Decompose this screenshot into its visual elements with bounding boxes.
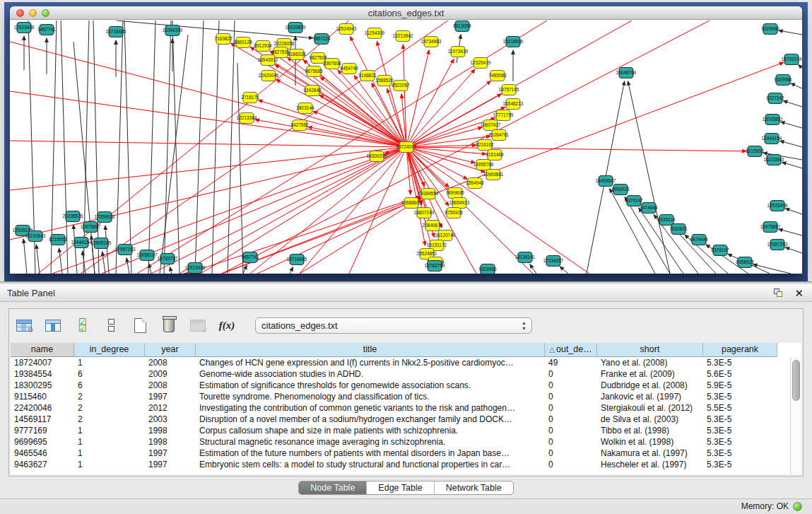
graph-node-label: 6379197	[711, 247, 729, 252]
column-header-out_de[interactable]: △out_de…	[545, 343, 597, 357]
table-row[interactable]: 1830029562008Estimation of significance …	[11, 380, 801, 391]
table-cell: 0	[545, 402, 597, 414]
zoom-traffic-light[interactable]	[42, 9, 49, 17]
function-builder-button[interactable]: f(x)	[216, 315, 237, 336]
graph-node-label: 9827509	[271, 49, 290, 54]
graph-node-label: 11054309	[163, 28, 183, 33]
graph-node-label: 16210643	[764, 157, 784, 162]
table-settings-button[interactable]: ⚙	[13, 315, 35, 336]
table-cell: 1	[74, 436, 145, 448]
window-titlebar[interactable]: citations_edges.txt	[10, 6, 802, 20]
table-cell: 18300295	[11, 380, 74, 391]
graph-node-label: 10969861	[483, 172, 504, 177]
tab-node-table[interactable]: Node Table	[299, 481, 367, 494]
table-row[interactable]: 1938455462009Genome-wide association stu…	[11, 368, 801, 380]
table-cell: 14569117	[11, 414, 74, 425]
graph-node-label: 2935114	[658, 217, 676, 222]
table-row[interactable]: 946362711997Embryonic stem cells: a mode…	[11, 459, 801, 470]
graph-node-label: 25524851	[417, 251, 437, 256]
show-column-button[interactable]	[42, 315, 64, 336]
table-cell: 0	[545, 368, 597, 380]
graph-node-label: 9227342	[766, 95, 784, 100]
select-all-button[interactable]: ☑☑	[71, 315, 93, 336]
graph-node-label: 2803144	[296, 105, 314, 110]
table-cell: 5.6E-5	[703, 368, 777, 380]
table-settings-icon: ⚙	[16, 320, 32, 332]
table-cell: 5.3E-5	[703, 391, 777, 402]
table-cell: 5.3E-5	[703, 414, 777, 425]
graph-node-label: 12923408	[14, 25, 35, 30]
table-cell: 1	[74, 425, 145, 436]
scrollbar-thumb[interactable]	[792, 360, 800, 401]
graph-node-label: 15751074	[782, 57, 802, 62]
column-header-year[interactable]: year	[145, 343, 196, 357]
delete-button[interactable]	[158, 315, 180, 336]
table-row[interactable]: 969969511998Structural magnetic resonanc…	[11, 436, 801, 448]
graph-node-label: 8186328	[288, 52, 306, 57]
table-cell: 2003	[145, 414, 196, 425]
tab-network-table[interactable]: Network Table	[435, 481, 513, 494]
graph-node-label: 12213384	[237, 115, 257, 120]
graph-node-label: 9474444	[690, 237, 708, 242]
table-cell: Franke et al. (2009)	[597, 368, 703, 380]
table-row[interactable]: 1872400712008Changes of HCN gene express…	[11, 357, 801, 368]
graph-node-label: 12923408	[767, 203, 788, 208]
table-panel: Table Panel ✕ ⚙ ☑☑ f(x) citations_edges.…	[0, 284, 812, 514]
table-cell: 9115460	[11, 391, 74, 402]
column-header-pagerank[interactable]: pagerank	[703, 343, 777, 357]
table-row[interactable]: 977716911998Corpus callosum shape and si…	[11, 425, 801, 436]
column-header-short[interactable]: short	[597, 343, 703, 357]
float-panel-icon[interactable]	[774, 288, 784, 298]
network-canvas[interactable]: 1872400771638228860128891293422226058982…	[10, 21, 802, 274]
graph-node-label: 16782757	[158, 256, 178, 261]
table-row[interactable]: 911546021997Tourette syndrome. Phenomeno…	[11, 391, 801, 402]
column-header-name[interactable]: name	[11, 343, 74, 357]
table-cell: 1997	[145, 391, 196, 402]
memory-indicator[interactable]: Memory: OK	[741, 501, 802, 511]
table-cell: de Silva et al. (2003)	[597, 414, 703, 425]
minimize-traffic-light[interactable]	[29, 9, 37, 17]
table-selector-dropdown[interactable]: citations_edges.txt ▲▼	[255, 317, 532, 334]
table-cell: 9699695	[11, 436, 74, 448]
graph-node-label: 17359928	[95, 214, 115, 219]
graph-node-label: 1554943	[466, 180, 484, 185]
graph-node-label: 13716485	[106, 29, 126, 34]
graph-node-label: 9146821	[358, 73, 377, 78]
delete-table-button-disabled	[187, 315, 208, 336]
table-cell: 0	[545, 459, 597, 470]
graph-node-label: 8216162	[476, 142, 494, 147]
table-cell: 5.3E-5	[703, 357, 777, 368]
table-cell: 5.5E-5	[703, 402, 777, 414]
table-cell: 0	[545, 380, 597, 391]
table-cell: Changes of HCN gene expression and I(f) …	[196, 357, 545, 368]
graph-node-label: 8860128	[234, 40, 252, 45]
graph-node-label: 9329966	[478, 267, 497, 271]
graph-node-label: 16151172	[427, 243, 447, 247]
column-header-title[interactable]: title	[196, 343, 545, 357]
tab-edge-table[interactable]: Edge Table	[367, 481, 434, 494]
column-header-in_degree[interactable]: in_degree	[74, 343, 145, 357]
graph-node-label: 14136141	[515, 255, 536, 259]
table-cell: Nakamura et al. (1997)	[597, 448, 703, 459]
table-row[interactable]: 2242004622012Investigating the contribut…	[11, 402, 801, 414]
table-cell: Stergiakouli et al. (2012)	[597, 402, 703, 414]
graph-node-label: 12923408	[185, 265, 206, 270]
table-row[interactable]: 1456911722003Disruption of a novel membe…	[11, 414, 801, 425]
table-scrollbar[interactable]	[790, 357, 801, 474]
table-row[interactable]: 946554611997Estimation of the future num…	[11, 448, 801, 459]
close-traffic-light[interactable]	[16, 9, 24, 17]
graph-node-label: 16648784	[616, 70, 637, 75]
deselect-all-button[interactable]	[100, 315, 122, 336]
graph-node-label: 11254309	[365, 30, 385, 35]
close-panel-icon[interactable]: ✕	[794, 287, 804, 300]
graph-node-label: 7857224	[312, 36, 331, 41]
graph-node-label: 9827508	[309, 55, 327, 60]
graph-node-label: 9457741	[241, 255, 259, 259]
table-cell: Disruption of a novel member of a sodium…	[196, 414, 545, 425]
empty-boxes-icon	[108, 319, 114, 332]
new-file-button[interactable]	[129, 315, 151, 336]
graph-node-label: 18807249	[414, 210, 435, 215]
graph-node-label: 16782759	[425, 263, 445, 268]
table-cell: 0	[545, 436, 597, 448]
table-cell: 18724007	[11, 357, 74, 368]
